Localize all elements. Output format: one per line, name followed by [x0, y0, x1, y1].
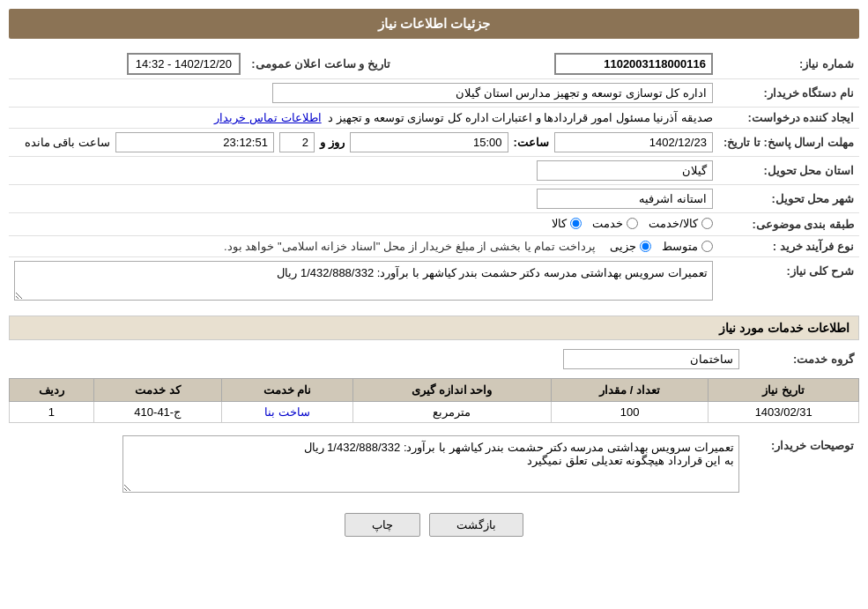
ijadKonande-label: ایجاد کننده درخواست: [718, 108, 859, 129]
radio-motavset-label: متوسط [662, 240, 698, 253]
shahrTahvil-label: شهر محل تحویل: [718, 185, 859, 213]
radio-kala: کالا [552, 217, 582, 230]
mohlatErsal-label: مهلت ارسال پاسخ: تا تاریخ: [718, 129, 859, 157]
radio-khadamat: خدمت [592, 217, 638, 230]
ijadKonande-value: صدیقه آذرنیا مسئول امور قراردادها و اعتب… [9, 108, 718, 129]
goroheKhadamat-label: گروه خدمت: [745, 345, 859, 373]
tarikheElan-box: 1402/12/20 - 14:32 [127, 53, 241, 75]
noeFarayand-value: متوسط جزیی پرداخت تمام یا بخشی از مبلغ خ… [9, 236, 718, 257]
radio-khadamat-label: خدمت [592, 217, 623, 230]
tabaqeBandi-radios: کالا/خدمت خدمت کالا [552, 217, 713, 230]
noeFarayand-label: نوع فرآیند خرید : [718, 236, 859, 257]
radio-jozii: جزیی [610, 240, 651, 253]
button-row: بازگشت چاپ [9, 513, 859, 537]
table-row: استان محل تحویل: گیلان [9, 157, 859, 185]
sharhKoli-textarea[interactable] [14, 261, 713, 301]
tosih-table: توصیحات خریدار: [9, 432, 859, 499]
noeFarayand-desc: پرداخت تمام یا بخشی از مبلغ خریدار از مح… [224, 240, 596, 253]
namDastgah-box: اداره کل توسازی توسعه و تجهیز مدارس استا… [272, 83, 713, 103]
radio-kala-khadamat-label: کالا/خدمت [649, 217, 698, 230]
roz-label: روز و [320, 136, 345, 149]
radio-kala-label: کالا [552, 217, 567, 230]
mohlatErsal-date: 1402/12/23 [554, 132, 713, 152]
table-row: توصیحات خریدار: [9, 432, 859, 499]
table-row: مهلت ارسال پاسخ: تا تاریخ: 1402/12/23 سا… [9, 129, 859, 157]
radio-kala-input[interactable] [570, 218, 582, 229]
header-row: تاریخ نیاز تعداد / مقدار واحد اندازه گیر… [10, 379, 859, 402]
cell-kod: ج-41-410 [93, 402, 221, 423]
cell-radif: 1 [10, 402, 94, 423]
ostanTahvil-label: استان محل تحویل: [718, 157, 859, 185]
col-tarikh: تاریخ نیاز [708, 379, 859, 402]
radio-jozii-input[interactable] [640, 241, 651, 252]
print-button[interactable]: چاپ [345, 513, 420, 537]
shomareNiaz-box: 1102003118000116 [554, 53, 713, 75]
table-row: شهر محل تحویل: استانه اشرفیه [9, 185, 859, 213]
info-section: شماره نیاز: 1102003118000116 تاریخ و ساع… [9, 49, 859, 307]
sharhKoli-label: شرح کلی نیاز: [718, 257, 859, 308]
shahrTahvil-value: استانه اشرفیه [9, 185, 718, 213]
tarikheElan-label: تاریخ و ساعت اعلان عمومی: [246, 49, 396, 79]
services-table: تاریخ نیاز تعداد / مقدار واحد اندازه گیر… [9, 378, 859, 423]
mohlatErsal-value: 1402/12/23 ساعت: 15:00 روز و 2 23:12:51 … [9, 129, 718, 157]
table-row: 1403/02/31 100 مترمربع ساخت بنا ج-41-410… [10, 402, 859, 423]
table-row: گروه خدمت: ساختمان [9, 345, 859, 373]
cell-tarikh: 1403/02/31 [708, 402, 859, 423]
table-row: نام دستگاه خریدار: اداره کل توسازی توسعه… [9, 79, 859, 108]
sharhKoli-value [9, 257, 718, 308]
table-row: شرح کلی نیاز: [9, 257, 859, 308]
radio-kala-khadamat: کالا/خدمت [649, 217, 713, 230]
ostanTahvil-value: گیلان [9, 157, 718, 185]
radio-kala-khadamat-input[interactable] [701, 218, 713, 229]
shomareNiaz-value: 1102003118000116 [396, 49, 718, 79]
namDastgah-label: نام دستگاه خریدار: [718, 79, 859, 108]
services-table-header: تاریخ نیاز تعداد / مقدار واحد اندازه گیر… [10, 379, 859, 402]
radio-motavset: متوسط [662, 240, 713, 253]
khadamat-section-title: اطلاعات خدمات مورد نیاز [9, 316, 859, 340]
services-table-body: 1403/02/31 100 مترمربع ساخت بنا ج-41-410… [10, 402, 859, 423]
info-table: شماره نیاز: 1102003118000116 تاریخ و ساع… [9, 49, 859, 307]
col-nam: نام خدمت [221, 379, 352, 402]
ijadKonande-text: صدیقه آذرنیا مسئول امور قراردادها و اعتب… [328, 111, 713, 124]
tosihKharidar-value [9, 432, 745, 499]
cell-vahed: مترمربع [352, 402, 551, 423]
noeFarayand-row: متوسط جزیی پرداخت تمام یا بخشی از مبلغ خ… [14, 240, 713, 253]
saat-label: ساعت: [514, 136, 549, 149]
ostanTahvil-box: گیلان [537, 160, 713, 181]
back-button[interactable]: بازگشت [429, 513, 523, 537]
tosihKharidar-label: توصیحات خریدار: [745, 432, 859, 499]
cell-tedad: 100 [551, 402, 708, 423]
page-title: جزئیات اطلاعات نیاز [9, 9, 859, 39]
table-row: ایجاد کننده درخواست: صدیقه آذرنیا مسئول … [9, 108, 859, 129]
col-vahed: واحد اندازه گیری [352, 379, 551, 402]
ijadKonande-link[interactable]: اطلاعات تماس خریدار [214, 111, 321, 124]
shomareNiaz-label: شماره نیاز: [718, 49, 859, 79]
noeFarayand-radios: متوسط جزیی [610, 240, 713, 253]
col-radif: ردیف [10, 379, 94, 402]
page-wrapper: جزئیات اطلاعات نیاز شماره نیاز: 11020031… [0, 0, 868, 609]
tosihKharidar-textarea[interactable] [122, 435, 739, 493]
table-row: نوع فرآیند خرید : متوسط جزیی [9, 236, 859, 257]
mohlatErsal-row: 1402/12/23 ساعت: 15:00 روز و 2 23:12:51 … [14, 132, 713, 152]
table-row: شماره نیاز: 1102003118000116 تاریخ و ساع… [9, 49, 859, 79]
table-row: طبقه بندی موضوعی: کالا/خدمت خدمت [9, 213, 859, 236]
cell-nam: ساخت بنا [221, 402, 352, 423]
tarikheElan-value: 1402/12/20 - 14:32 [9, 49, 246, 79]
radio-jozii-label: جزیی [610, 240, 636, 253]
goroheKhadamat-value: ساختمان [9, 345, 745, 373]
goroheKhadamat-box: ساختمان [563, 349, 739, 369]
namDastgah-value: اداره کل توسازی توسعه و تجهیز مدارس استا… [9, 79, 718, 108]
tabaqeBandi-label: طبقه بندی موضوعی: [718, 213, 859, 236]
baghimande-label: ساعت باقی مانده [25, 136, 110, 149]
radio-motavset-input[interactable] [701, 241, 713, 252]
col-kod: کد خدمت [93, 379, 221, 402]
mohlatErsal-saat: 15:00 [350, 132, 508, 152]
shahrTahvil-box: استانه اشرفیه [537, 189, 713, 209]
mohlatErsal-roz: 2 [279, 132, 315, 152]
mohlatErsal-baghimande: 23:12:51 [115, 132, 274, 152]
tabaqeBandi-value: کالا/خدمت خدمت کالا [9, 213, 718, 236]
radio-khadamat-input[interactable] [627, 218, 638, 229]
goroh-table: گروه خدمت: ساختمان [9, 345, 859, 373]
col-tedad: تعداد / مقدار [551, 379, 708, 402]
